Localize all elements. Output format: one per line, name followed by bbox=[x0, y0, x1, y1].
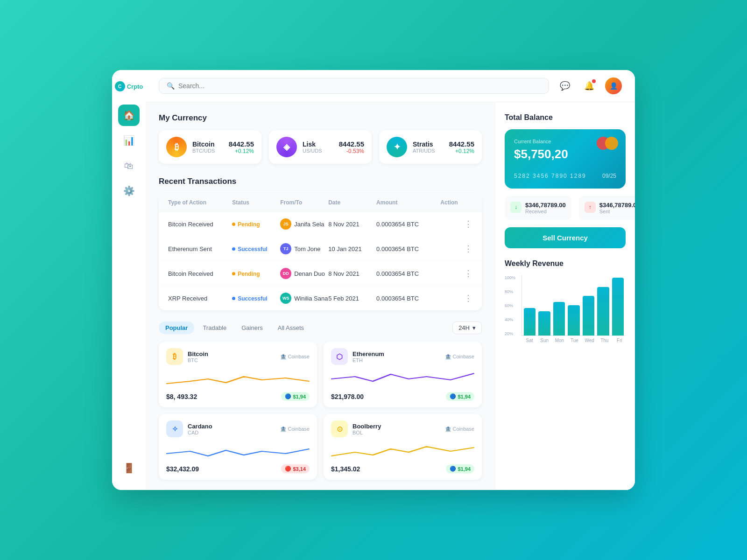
chart-bar bbox=[597, 287, 609, 336]
row3-status: Pending bbox=[232, 270, 280, 277]
row4-date: 5 Feb 2021 bbox=[328, 295, 376, 302]
status-dot bbox=[232, 272, 235, 275]
row1-action[interactable]: ⋮ bbox=[440, 219, 472, 229]
status-badge: Successful bbox=[232, 246, 267, 252]
bol-exchange: 🏦 Coinbase bbox=[445, 426, 474, 432]
eth-name-group: Etherenum ETH bbox=[352, 350, 440, 363]
tab-tradable[interactable]: Tradable bbox=[196, 322, 233, 334]
left-panel: My Currency ₿ Bitcoin BTC/UDS 8442.55 +0… bbox=[146, 102, 495, 490]
row3-date: 8 Nov 2021 bbox=[328, 270, 376, 277]
row1-date: 8 Nov 2021 bbox=[328, 221, 376, 228]
asset-card-header: ✧ Cardano CAD 🏦 Coinbase bbox=[166, 420, 310, 437]
received-stat: ↓ $346,78789.00 Received bbox=[505, 196, 571, 220]
table-row: Bitcoin Received Pending JS Janifa Sela bbox=[159, 212, 482, 237]
sent-label: Sent bbox=[599, 209, 635, 214]
row2-status: Successful bbox=[232, 245, 280, 252]
sidebar: C Crpto 🏠 📊 🛍 ⚙️ 🚪 bbox=[112, 70, 146, 490]
mini-avatar: WS bbox=[280, 293, 291, 304]
search-input[interactable] bbox=[178, 82, 541, 90]
logo: C Crpto bbox=[115, 81, 143, 91]
chart-day-label: Sun bbox=[538, 338, 550, 343]
header-type: Type of Action bbox=[168, 199, 232, 206]
sent-arrow: ↑ bbox=[585, 202, 596, 213]
tab-all-assets[interactable]: All Assets bbox=[271, 322, 310, 334]
ada-change-badge: 🔴 $3,14 bbox=[281, 464, 310, 473]
row2-action[interactable]: ⋮ bbox=[440, 244, 472, 254]
row2-type: Etherenum Sent bbox=[168, 245, 232, 252]
btc-change-badge: 🔵 $1,94 bbox=[281, 392, 310, 401]
header-action: Action bbox=[440, 199, 472, 206]
tab-gainers[interactable]: Gainers bbox=[235, 322, 269, 334]
btc-asset-icon: ₿ bbox=[166, 348, 183, 365]
chart-bar bbox=[524, 308, 536, 336]
bol-change-badge: 🔵 $1,94 bbox=[446, 464, 474, 473]
weekly-chart: 100% 80% 60% 40% 20% SatSunMonTueWedThuF… bbox=[505, 275, 626, 350]
received-label: Received bbox=[525, 209, 566, 214]
sidebar-item-logout[interactable]: 🚪 bbox=[118, 457, 140, 479]
asset-card-btc: ₿ Bitcoin BTC 🏦 Coinbase bbox=[159, 342, 317, 407]
chart-day-label: Sat bbox=[523, 338, 536, 343]
header-from: From/To bbox=[280, 199, 328, 206]
btc-values: 8442.55 +0.12% bbox=[229, 140, 254, 154]
asset-card-eth: ⬡ Etherenum ETH 🏦 Coinbase bbox=[324, 342, 482, 407]
card-footer: 5282 3456 7890 1289 09/25 bbox=[514, 173, 616, 179]
assets-tabs: Popular Tradable Gainers All Assets 24H … bbox=[159, 322, 482, 334]
chart-bar bbox=[612, 278, 624, 336]
header-date: Date bbox=[328, 199, 376, 206]
btc-info: Bitcoin BTC/UDS bbox=[192, 140, 223, 154]
lsk-pair: US/UDS bbox=[303, 148, 333, 154]
status-dot bbox=[232, 223, 235, 226]
ada-price: $32,432.09 bbox=[166, 465, 199, 473]
btc-chart bbox=[166, 370, 310, 388]
sidebar-item-home[interactable]: 🏠 bbox=[118, 105, 140, 126]
time-filter[interactable]: 24H ▾ bbox=[452, 322, 482, 334]
row3-action[interactable]: ⋮ bbox=[440, 268, 472, 279]
btc-change: +0.12% bbox=[229, 148, 254, 154]
sell-currency-button[interactable]: Sell Currency bbox=[505, 227, 626, 248]
row1-type: Bitcoin Received bbox=[168, 221, 232, 228]
ada-asset-name: Cardano bbox=[188, 423, 275, 430]
notifications-icon[interactable]: 🔔 bbox=[581, 77, 598, 94]
settings-icon: ⚙️ bbox=[123, 185, 135, 196]
chart-bar bbox=[553, 302, 565, 336]
table-row: Etherenum Sent Successful TJ Tom Jone bbox=[159, 237, 482, 261]
eth-footer: $21,978.00 🔵 $1,94 bbox=[331, 392, 474, 401]
search-bar[interactable]: 🔍 bbox=[159, 78, 549, 94]
received-arrow: ↓ bbox=[510, 202, 521, 213]
sidebar-item-chart[interactable]: 📊 bbox=[118, 130, 140, 151]
logo-text: Crpto bbox=[127, 83, 143, 90]
bol-asset-ticker: BOL bbox=[352, 430, 440, 435]
avatar-initials: 👤 bbox=[610, 82, 618, 90]
row4-action[interactable]: ⋮ bbox=[440, 293, 472, 303]
asset-card-ada: ✧ Cardano CAD 🏦 Coinbase bbox=[159, 414, 317, 480]
bol-asset-icon: ⊙ bbox=[331, 420, 348, 437]
currency-card-str: ✦ Stratis ATR/UDS 8442.55 +0.12% bbox=[379, 130, 482, 164]
y-label-100: 100% bbox=[505, 275, 515, 280]
chart-day-label: Wed bbox=[584, 338, 596, 343]
messages-icon[interactable]: 💬 bbox=[557, 77, 573, 94]
row2-amount: 0.0003654 BTC bbox=[376, 245, 440, 252]
row1-amount: 0.0003654 BTC bbox=[376, 221, 440, 228]
tab-popular[interactable]: Popular bbox=[159, 322, 194, 334]
eth-price: $21,978.00 bbox=[331, 393, 364, 400]
lsk-name: Lisk bbox=[303, 140, 333, 148]
lsk-amount: 8442.55 bbox=[339, 140, 364, 148]
str-values: 8442.55 +0.12% bbox=[449, 140, 474, 154]
btc-amount: 8442.55 bbox=[229, 140, 254, 148]
status-badge: Pending bbox=[232, 221, 260, 228]
row4-type: XRP Received bbox=[168, 295, 232, 302]
received-amount: $346,78789.00 bbox=[525, 202, 566, 209]
time-filter-label: 24H bbox=[458, 324, 470, 331]
avatar[interactable]: 👤 bbox=[605, 77, 622, 94]
chart-day-label: Fri bbox=[613, 338, 626, 343]
eth-exchange: 🏦 Coinbase bbox=[445, 354, 474, 360]
mini-avatar: TJ bbox=[280, 243, 291, 254]
ada-exchange: 🏦 Coinbase bbox=[280, 426, 310, 432]
sidebar-item-bag[interactable]: 🛍 bbox=[118, 155, 140, 176]
btc-pair: BTC/UDS bbox=[192, 148, 223, 154]
y-label-20: 20% bbox=[505, 331, 515, 336]
sidebar-item-settings[interactable]: ⚙️ bbox=[118, 180, 140, 202]
mini-avatar: JS bbox=[280, 218, 291, 230]
card-number: 5282 3456 7890 1289 bbox=[514, 173, 586, 179]
row1-from: JS Janifa Sela bbox=[280, 218, 328, 230]
